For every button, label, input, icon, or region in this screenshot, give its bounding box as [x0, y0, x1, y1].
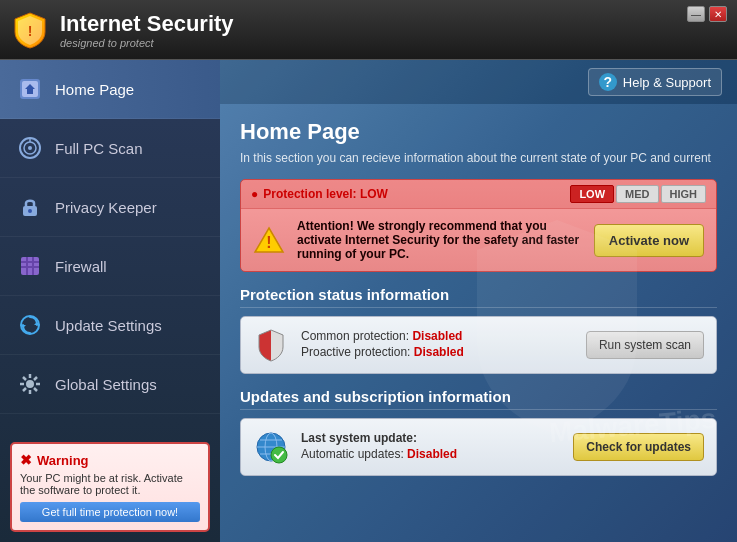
warning-title: ✖ Warning [20, 452, 200, 468]
sidebar-item-updates[interactable]: Update Settings [0, 296, 220, 355]
sidebar-label-settings: Global Settings [55, 376, 157, 393]
svg-point-33 [271, 447, 287, 463]
protection-status-title: Protection status information [240, 286, 717, 308]
proactive-protection-line: Proactive protection: Disabled [301, 345, 574, 359]
app-subtitle: designed to protect [60, 37, 234, 49]
update-icon [15, 310, 45, 340]
svg-line-22 [23, 377, 26, 380]
sidebar-item-home[interactable]: Home Page [0, 60, 220, 119]
level-indicator: LOW MED HIGH [570, 185, 706, 203]
page-title: Home Page [240, 119, 717, 145]
common-protection-line: Common protection: Disabled [301, 329, 574, 343]
svg-line-24 [34, 377, 37, 380]
home-icon [15, 74, 45, 104]
content-area: ? Help & Support Home Page In this secti… [220, 60, 737, 542]
sidebar-label-home: Home Page [55, 81, 134, 98]
alert-body: ! Attention! We strongly recommend that … [241, 209, 716, 271]
protection-status-card: Common protection: Disabled Proactive pr… [240, 316, 717, 374]
alert-message: Attention! We strongly recommend that yo… [297, 219, 582, 261]
sidebar-item-scan[interactable]: Full PC Scan [0, 119, 220, 178]
title-bar: ! Internet Security designed to protect … [0, 0, 737, 60]
update-globe-icon [253, 429, 289, 465]
sidebar: Home Page Full PC Scan [0, 60, 220, 542]
level-low-button[interactable]: LOW [570, 185, 614, 203]
warning-triangle-icon: ! [253, 224, 285, 256]
activate-button[interactable]: Activate now [594, 224, 704, 257]
svg-point-8 [28, 209, 32, 213]
warning-x-icon: ✖ [20, 452, 32, 468]
settings-icon [15, 369, 45, 399]
svg-rect-10 [21, 261, 39, 263]
warning-text: Your PC might be at risk. Activate the s… [20, 472, 200, 496]
firewall-icon [15, 251, 45, 281]
protection-alert: ● Protection level: LOW LOW MED HIGH [240, 179, 717, 272]
sidebar-item-settings[interactable]: Global Settings [0, 355, 220, 414]
sidebar-label-privacy: Privacy Keeper [55, 199, 157, 216]
svg-text:!: ! [28, 23, 33, 39]
alert-level-label: ● Protection level: LOW [251, 187, 388, 201]
check-updates-button[interactable]: Check for updates [573, 433, 704, 461]
sidebar-label-updates: Update Settings [55, 317, 162, 334]
status-info: Common protection: Disabled Proactive pr… [301, 329, 574, 361]
help-icon: ? [599, 73, 617, 91]
updates-info: Last system update: Automatic updates: D… [301, 431, 561, 463]
window-controls: — ✕ [687, 0, 727, 22]
page-subtitle: In this section you can recieve informat… [240, 151, 717, 165]
level-high-button[interactable]: HIGH [661, 185, 707, 203]
run-scan-button[interactable]: Run system scan [586, 331, 704, 359]
content-header: ? Help & Support [220, 60, 737, 104]
title-text: Internet Security designed to protect [60, 11, 234, 49]
app-title: Internet Security [60, 11, 234, 37]
sidebar-item-privacy[interactable]: Privacy Keeper [0, 178, 220, 237]
privacy-icon [15, 192, 45, 222]
svg-point-17 [26, 380, 34, 388]
app-icon: ! [10, 10, 50, 50]
minimize-button[interactable]: — [687, 6, 705, 22]
title-left: ! Internet Security designed to protect [10, 10, 234, 50]
updates-card: Last system update: Automatic updates: D… [240, 418, 717, 476]
scan-icon [15, 133, 45, 163]
svg-rect-11 [21, 266, 39, 268]
sidebar-label-scan: Full PC Scan [55, 140, 143, 157]
updates-section-title: Updates and subscription information [240, 388, 717, 410]
last-update-line: Last system update: [301, 431, 561, 445]
get-protection-button[interactable]: Get full time protection now! [20, 502, 200, 522]
bullet-icon: ● [251, 187, 258, 201]
shield-half-icon [253, 327, 289, 363]
svg-rect-13 [32, 257, 34, 275]
sidebar-spacer [0, 414, 220, 442]
help-button[interactable]: ? Help & Support [588, 68, 722, 96]
sidebar-item-firewall[interactable]: Firewall [0, 237, 220, 296]
alert-header: ● Protection level: LOW LOW MED HIGH [241, 180, 716, 209]
auto-update-line: Automatic updates: Disabled [301, 447, 561, 461]
level-med-button[interactable]: MED [616, 185, 658, 203]
sidebar-label-firewall: Firewall [55, 258, 107, 275]
close-button[interactable]: ✕ [709, 6, 727, 22]
svg-line-23 [34, 388, 37, 391]
svg-point-5 [28, 146, 32, 150]
main-layout: Home Page Full PC Scan [0, 60, 737, 542]
svg-rect-12 [26, 257, 28, 275]
warning-box: ✖ Warning Your PC might be at risk. Acti… [10, 442, 210, 532]
svg-text:!: ! [266, 234, 271, 251]
page-content: Home Page In this section you can reciev… [220, 104, 737, 542]
svg-line-25 [23, 388, 26, 391]
